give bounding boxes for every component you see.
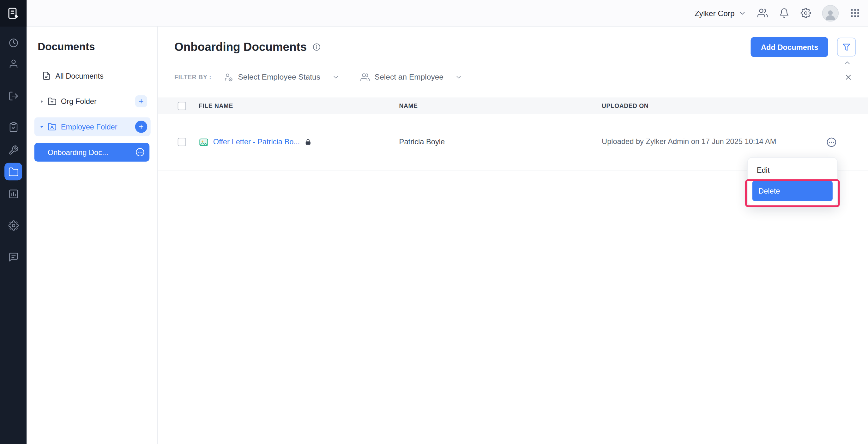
employee-folder-label: Employee Folder (61, 123, 118, 131)
table-header: FILE NAME NAME UPLOADED ON (158, 97, 868, 114)
close-filter-icon[interactable] (844, 73, 852, 81)
caret-right-icon[interactable] (38, 98, 45, 104)
info-icon[interactable] (312, 43, 321, 52)
sidebar-title: Documents (38, 41, 151, 53)
avatar[interactable] (822, 5, 839, 22)
add-employee-folder-button[interactable] (135, 121, 148, 133)
gear-icon[interactable] (800, 8, 811, 18)
apps-grid-icon[interactable] (850, 8, 860, 18)
user-status-icon (224, 72, 233, 82)
chevron-down-icon (332, 73, 339, 81)
file-cell: Offer Letter - Patricia Bo... (199, 137, 399, 147)
filter-by-label: FILTER BY : (174, 73, 211, 80)
funnel-icon (842, 43, 851, 52)
employee-folder-icon (48, 122, 57, 131)
nav-reports-chart-icon[interactable] (4, 185, 22, 202)
nav-profile-user-icon[interactable] (4, 55, 22, 73)
sidebar-item-all-documents[interactable]: All Documents (34, 66, 151, 85)
employee-dropdown[interactable]: Select an Employee (360, 72, 462, 82)
chevron-down-icon (455, 73, 462, 81)
nav-checkin-logout-icon[interactable] (4, 87, 22, 104)
primary-nav-rail (0, 0, 27, 444)
row-options-ellipsis-icon[interactable] (826, 136, 837, 148)
sidebar-item-org-folder[interactable]: Org Folder (34, 92, 151, 111)
caret-down-icon[interactable] (38, 124, 45, 130)
lock-icon (304, 138, 311, 146)
image-file-icon (199, 137, 209, 147)
nav-dashboard-clock-icon[interactable] (4, 34, 22, 52)
org-folder-icon (48, 97, 57, 106)
menu-item-edit[interactable]: Edit (748, 160, 837, 179)
sidebar-item-employee-folder[interactable]: Employee Folder (34, 118, 151, 136)
app-window: Zylker Corp Documents All Documents Org … (0, 0, 868, 444)
nav-tasks-clipboard-icon[interactable] (4, 118, 22, 135)
column-uploaded-on: UPLOADED ON (602, 102, 790, 109)
main-content: Onboarding Documents Add Documents FILTE… (158, 27, 868, 444)
filter-panel-caret-up-icon (843, 59, 851, 67)
onboarding-folder-label: Onboarding Doc... (48, 148, 108, 156)
employee-status-dropdown[interactable]: Select Employee Status (224, 72, 339, 82)
nav-services-wrench-icon[interactable] (4, 141, 22, 159)
nav-settings-gear-icon[interactable] (4, 216, 22, 234)
page-title: Onboarding Documents (174, 40, 307, 54)
chevron-down-icon (739, 9, 746, 17)
row-context-menu: Edit Delete (747, 157, 838, 206)
add-documents-button[interactable]: Add Documents (751, 37, 828, 57)
row-checkbox[interactable] (178, 138, 186, 146)
rail-nav-items (4, 27, 22, 265)
documents-sidebar: Documents All Documents Org Folder Emplo… (27, 27, 158, 444)
add-org-folder-button[interactable] (135, 95, 148, 107)
sidebar-item-onboarding-documents[interactable]: Onboarding Doc... (34, 143, 150, 162)
file-text-icon (42, 71, 51, 80)
org-selector-label: Zylker Corp (694, 8, 735, 18)
main-header: Onboarding Documents Add Documents (158, 27, 868, 59)
org-selector[interactable]: Zylker Corp (694, 8, 746, 18)
app-logo-icon[interactable] (0, 0, 27, 27)
uploaded-on-cell: Uploaded by Zylker Admin on 17 Jun 2025 … (602, 136, 790, 148)
employee-status-placeholder: Select Employee Status (238, 73, 320, 82)
column-file-name: FILE NAME (199, 102, 399, 109)
file-name-link[interactable]: Offer Letter - Patricia Bo... (213, 138, 300, 146)
nav-documents-folder-icon[interactable] (4, 163, 22, 180)
nav-feedback-chat-icon[interactable] (4, 248, 22, 265)
folder-options-ellipsis-icon[interactable] (135, 147, 145, 157)
filter-toggle-button[interactable] (837, 38, 856, 57)
topbar: Zylker Corp (27, 0, 868, 27)
two-users-icon (360, 72, 370, 82)
org-folder-label: Org Folder (61, 97, 97, 105)
employee-placeholder: Select an Employee (375, 73, 443, 82)
column-name: NAME (399, 102, 602, 109)
filter-bar: FILTER BY : Select Employee Status Selec… (158, 68, 868, 87)
employee-name-cell: Patricia Boyle (399, 138, 602, 146)
bell-icon[interactable] (779, 8, 789, 18)
menu-item-delete[interactable]: Delete (752, 181, 833, 201)
select-all-checkbox[interactable] (178, 102, 186, 110)
all-documents-label: All Documents (55, 72, 103, 80)
people-icon[interactable] (757, 8, 768, 18)
